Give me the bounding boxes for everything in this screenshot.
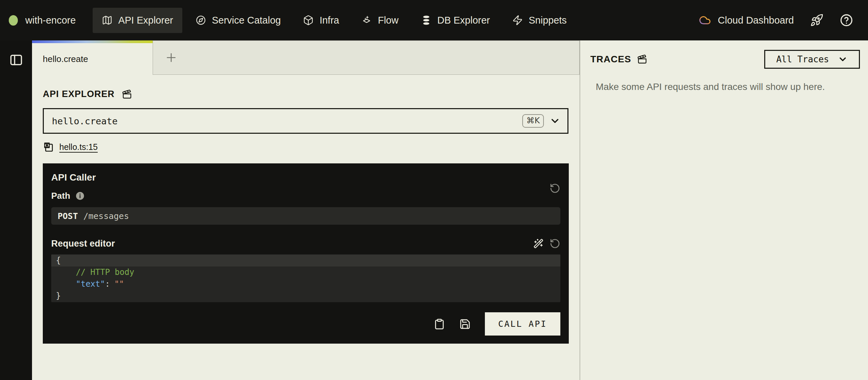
rotate-ccw-icon <box>550 238 560 249</box>
database-icon <box>421 15 432 26</box>
panel-left-icon <box>9 53 24 67</box>
api-caller-panel: API Caller Path <box>43 163 569 344</box>
reset-path-button[interactable] <box>550 183 560 194</box>
cube-icon <box>303 15 314 26</box>
endpoint-select-value: hello.create <box>52 116 118 126</box>
editor-line: } <box>51 290 560 302</box>
tab-strip <box>153 40 580 75</box>
clipboard-icon <box>434 318 445 330</box>
lightning-icon <box>512 15 523 26</box>
editor-line: // HTTP body <box>51 266 560 278</box>
encore-dev-dashboard: with-encore API Explorer Service Catalog <box>0 0 868 380</box>
main-area: hello.create API EXPLORER <box>0 40 868 380</box>
rotate-ccw-icon <box>550 183 560 194</box>
source-link-row: hello.ts:15 <box>43 141 580 153</box>
nav-item-label: Infra <box>319 15 339 26</box>
app-status-dot <box>9 15 18 26</box>
nav-item-label: Snippets <box>529 15 567 26</box>
clapperboard-icon <box>122 89 132 99</box>
nav-item-service-catalog[interactable]: Service Catalog <box>186 8 290 33</box>
editor-actions <box>533 238 560 249</box>
help-circle-icon <box>840 13 853 27</box>
new-tab-button[interactable] <box>164 51 178 64</box>
active-tab-gradient <box>32 40 153 43</box>
generate-payload-button[interactable] <box>533 239 544 249</box>
nav-item-db-explorer[interactable]: DB Explorer <box>412 8 499 33</box>
save-request-button[interactable] <box>459 318 471 330</box>
traces-header: TRACES All Traces <box>590 50 860 69</box>
primary-nav: API Explorer Service Catalog Infra Flow <box>93 8 576 33</box>
workspace: hello.create API EXPLORER <box>32 40 580 380</box>
save-icon <box>459 318 471 330</box>
chevron-down-icon <box>549 115 561 127</box>
clapperboard-icon <box>637 54 647 64</box>
source-file-link[interactable]: hello.ts:15 <box>59 142 98 152</box>
app-brand: with-encore <box>9 15 76 26</box>
traces-filter-value: All Traces <box>776 54 829 64</box>
traces-empty-message: Make some API requests and traces will s… <box>590 82 860 92</box>
left-sidebar <box>0 40 32 380</box>
compass-icon <box>195 15 206 26</box>
launch-rocket-button[interactable] <box>810 13 824 27</box>
request-editor-header: Request editor <box>51 238 560 249</box>
info-icon <box>75 191 85 200</box>
page-title: API EXPLORER <box>43 89 115 99</box>
top-nav: with-encore API Explorer Service Catalog <box>0 0 868 40</box>
path-row: Path <box>51 190 560 201</box>
cloud-icon <box>699 14 711 26</box>
nav-item-snippets[interactable]: Snippets <box>503 8 576 33</box>
http-path: /messages <box>83 211 129 221</box>
rocket-icon <box>810 13 824 27</box>
tab-hello-create[interactable]: hello.create <box>32 40 153 75</box>
map-icon <box>102 15 113 26</box>
traces-video-guide-button[interactable] <box>637 54 647 64</box>
file-code-icon <box>43 141 54 153</box>
request-editor[interactable]: { // HTTP body "text":"" } <box>51 254 560 302</box>
nav-item-label: Flow <box>378 15 398 26</box>
nav-item-label: DB Explorer <box>437 15 490 26</box>
copy-request-button[interactable] <box>434 318 445 330</box>
path-info-button[interactable] <box>75 191 85 200</box>
nav-item-label: Service Catalog <box>212 15 281 26</box>
traces-filter-select[interactable]: All Traces <box>764 50 860 69</box>
cloud-dashboard-label: Cloud Dashboard <box>718 15 794 26</box>
editor-line: "text":"" <box>51 278 560 290</box>
tab-label: hello.create <box>43 54 88 64</box>
traces-panel: TRACES All Traces Make some API requests… <box>580 40 868 380</box>
reset-editor-button[interactable] <box>550 238 560 249</box>
flow-diamond-icon <box>361 15 372 26</box>
video-guide-button[interactable] <box>122 89 132 99</box>
api-caller-footer: CALL API <box>51 312 560 336</box>
request-path-display: POST /messages <box>51 207 560 225</box>
wand-sparkles-icon <box>533 239 544 249</box>
nav-item-infra[interactable]: Infra <box>294 8 348 33</box>
page-heading: API EXPLORER <box>43 89 580 99</box>
nav-item-api-explorer[interactable]: API Explorer <box>93 8 182 33</box>
traces-title: TRACES <box>590 54 631 65</box>
path-label: Path <box>51 191 70 201</box>
cloud-dashboard-link[interactable]: Cloud Dashboard <box>699 14 794 26</box>
call-api-button[interactable]: CALL API <box>485 312 560 336</box>
api-explorer-content: API EXPLORER hello.create ⌘K <box>32 75 580 344</box>
plus-icon <box>164 51 178 64</box>
sidebar-toggle-button[interactable] <box>9 53 24 67</box>
app-name: with-encore <box>25 15 76 26</box>
endpoint-select[interactable]: hello.create ⌘K <box>43 108 568 134</box>
nav-item-flow[interactable]: Flow <box>352 8 407 33</box>
nav-item-label: API Explorer <box>118 15 173 26</box>
nav-right-group: Cloud Dashboard <box>699 13 853 27</box>
api-caller-title: API Caller <box>51 172 560 183</box>
tab-bar: hello.create <box>32 40 580 75</box>
help-button[interactable] <box>840 13 853 27</box>
shortcut-badge: ⌘K <box>522 114 544 128</box>
request-editor-title: Request editor <box>51 239 115 249</box>
chevron-down-icon <box>838 54 848 64</box>
editor-line: { <box>51 255 560 266</box>
http-method: POST <box>58 211 78 221</box>
